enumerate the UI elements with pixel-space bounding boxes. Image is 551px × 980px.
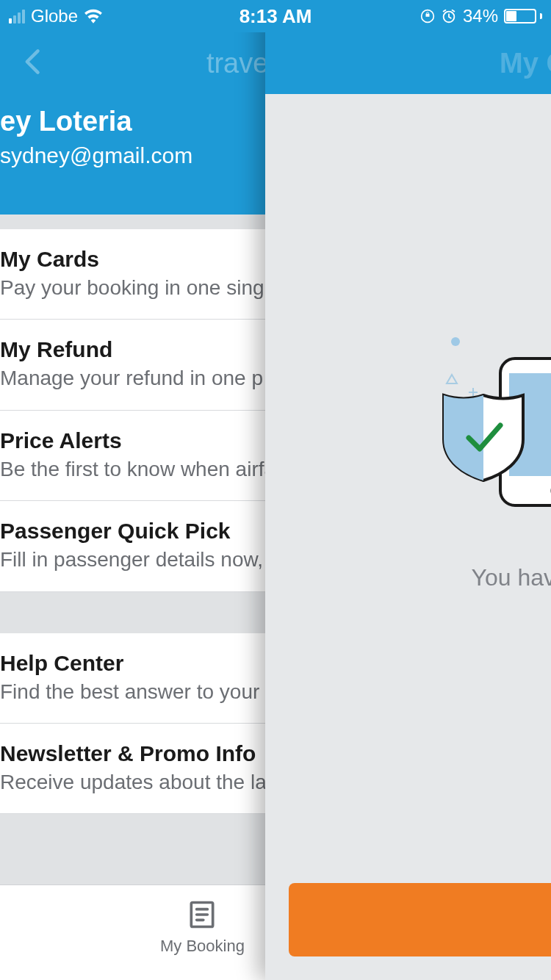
svg-point-4 — [451, 337, 460, 346]
empty-state-text: You have no cards y — [265, 564, 551, 591]
tab-my-booking[interactable]: My Booking — [160, 898, 245, 956]
battery-pct: 34% — [463, 6, 498, 26]
wifi-icon — [84, 9, 103, 24]
shield-phone-icon — [436, 351, 551, 513]
back-icon[interactable] — [18, 46, 50, 81]
status-time: 8:13 AM — [240, 5, 312, 28]
carrier-label: Globe — [31, 6, 78, 26]
alarm-icon — [441, 8, 457, 24]
tab-label: My Booking — [160, 937, 245, 956]
empty-cards-illustration — [265, 359, 551, 520]
panel-title: My Ca — [500, 48, 551, 79]
booking-icon — [186, 898, 218, 931]
dot-icon — [450, 336, 461, 347]
status-bar: Globe 8:13 AM 34% — [0, 0, 551, 32]
signal-icon — [9, 10, 25, 24]
add-card-button[interactable]: Add — [289, 883, 551, 956]
status-left: Globe — [9, 6, 103, 26]
orientation-lock-icon — [420, 9, 435, 24]
battery-icon — [504, 9, 542, 24]
my-cards-panel: My Ca i You have no cards y Add — [265, 0, 551, 980]
status-right: 34% — [420, 6, 542, 26]
